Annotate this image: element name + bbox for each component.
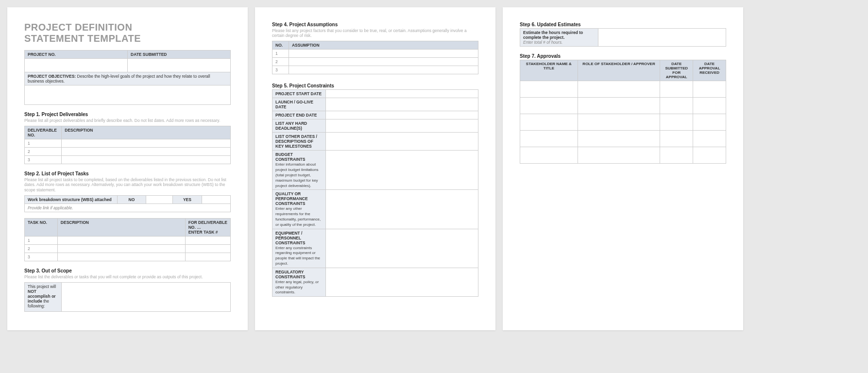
constraint-equipment-desc: Enter any constraints regarding equipmen… [275,246,320,266]
approval-date-submitted[interactable] [660,147,693,164]
approval-name[interactable] [520,114,578,131]
deliverables-col2: DESCRIPTION [62,126,231,139]
wbs-yes-input[interactable] [202,195,230,203]
header-date-submitted: DATE SUBMITTED [128,51,231,59]
deliverable-row-desc[interactable] [62,139,231,148]
constraint-hard-deadlines-label: LIST ANY HARD DEADLINE(S) [272,119,326,133]
step2-heading: Step 2. List of Project Tasks [24,171,231,176]
constraint-equipment-title: EQUIPMENT / PERSONNEL CONSTRAINTS [275,231,305,245]
approval-role[interactable] [578,114,660,131]
deliverable-row-num: 2 [25,148,62,156]
constraint-other-dates-input[interactable] [326,133,478,151]
constraint-start-date-input[interactable] [326,90,478,98]
task-row-desc[interactable] [57,253,185,261]
constraint-budget-input[interactable] [326,151,478,190]
constraint-quality-input[interactable] [326,190,478,229]
assumptions-col2: ASSUMPTION [289,41,478,50]
task-row-num: 3 [25,253,58,261]
task-row-deliv[interactable] [185,236,230,244]
document-title: PROJECT DEFINITION STATEMENT TEMPLATE [24,22,231,44]
approval-date-received[interactable] [693,131,726,147]
objectives-label: PROJECT OBJECTIVES: [28,74,76,79]
objectives-label-row: PROJECT OBJECTIVES: Describe the high-le… [25,72,231,85]
approval-date-submitted[interactable] [660,131,693,147]
document-pages: PROJECT DEFINITION STATEMENT TEMPLATE PR… [7,7,861,330]
estimates-label: Estimate the hours required to complete … [523,30,583,40]
approval-date-submitted[interactable] [660,114,693,131]
deliverable-row-desc[interactable] [62,148,231,156]
step1-desc: Please list all project deliverables and… [24,118,231,123]
constraint-equipment-input[interactable] [326,229,478,268]
wbs-link-cell[interactable]: Provide link if applicable. [25,203,231,212]
deliverables-col1: DELIVERABLE NO. [25,126,62,139]
estimates-label-cell: Estimate the hours required to complete … [520,29,598,47]
date-submitted-input[interactable] [128,59,231,72]
oos-l1: This project will [28,284,56,289]
wbs-no-label: NO [117,195,146,203]
assumption-row-text[interactable] [289,50,478,58]
approval-date-received[interactable] [693,147,726,164]
tasks-col3: FOR DELIVERABLE NO. … ENTER TASK # [185,218,230,236]
header-table: PROJECT NO. DATE SUBMITTED PROJECT OBJEC… [24,50,231,105]
constraint-regulatory-desc: Enter any legal, policy, or other regula… [275,280,319,295]
constraints-table: PROJECT START DATE LAUNCH / GO-LIVE DATE… [272,89,478,297]
assumption-row-num: 3 [272,66,289,74]
task-row-desc[interactable] [57,244,185,253]
approval-role[interactable] [578,98,660,114]
step1-heading: Step 1. Project Deliverables [24,112,231,117]
constraint-budget-label: BUDGET CONSTRAINTS Enter information abo… [272,151,326,190]
constraint-launch-date-input[interactable] [326,98,478,111]
approval-role[interactable] [578,81,660,98]
task-row-desc[interactable] [57,236,185,244]
oos-l2: NOT accomplish or include [28,289,56,304]
page-3: Step 6. Updated Estimates Estimate the h… [503,7,743,330]
out-of-scope-input[interactable] [62,282,231,311]
wbs-no-input[interactable] [146,195,173,203]
approval-date-received[interactable] [693,98,726,114]
approval-role[interactable] [578,131,660,147]
step4-heading: Step 4. Project Assumptions [272,22,478,27]
approval-name[interactable] [520,98,578,114]
approval-name[interactable] [520,81,578,98]
wbs-label: Work breakdown structure (WBS) attached [25,195,118,203]
approval-date-received[interactable] [693,114,726,131]
constraint-equipment-label: EQUIPMENT / PERSONNEL CONSTRAINTS Enter … [272,229,326,268]
wbs-attached-table: Work breakdown structure (WBS) attached … [24,195,231,212]
assumption-row-text[interactable] [289,58,478,66]
task-row-deliv[interactable] [185,244,230,253]
estimates-input[interactable] [598,29,726,47]
assumptions-col1: NO. [272,41,289,50]
objectives-input[interactable] [25,85,231,105]
constraint-other-dates-label: LIST OTHER DATES / DESCRIPTIONS OF KEY M… [272,133,326,151]
step7-heading: Step 7. Approvals [520,53,726,59]
approval-name[interactable] [520,147,578,164]
constraint-launch-date-label: LAUNCH / GO-LIVE DATE [272,98,326,111]
title-line-1: PROJECT DEFINITION [24,22,132,33]
wbs-yes-label: YES [173,195,202,203]
assumption-row-text[interactable] [289,66,478,74]
constraint-regulatory-input[interactable] [326,268,478,296]
constraint-budget-desc: Enter information about project budget l… [275,162,319,187]
approval-date-submitted[interactable] [660,81,693,98]
approvals-col3: DATE SUBMITTED FOR APPROVAL [660,60,693,81]
approvals-col2: ROLE OF STAKEHOLDER / APPROVER [578,60,660,81]
constraint-quality-title: QUALITY OR PERFORMANCE CONSTRAINTS [275,191,308,206]
constraint-end-date-input[interactable] [326,111,478,119]
constraint-start-date-label: PROJECT START DATE [272,90,326,98]
approval-date-received[interactable] [693,81,726,98]
step5-heading: Step 5. Project Constraints [272,83,478,88]
approval-role[interactable] [578,147,660,164]
task-row-deliv[interactable] [185,253,230,261]
tasks-col3-line1: FOR DELIVERABLE NO. … [188,220,227,230]
project-no-input[interactable] [25,59,128,72]
assumptions-table: NO. ASSUMPTION 1 2 3 [272,41,478,74]
deliverable-row-desc[interactable] [62,156,231,164]
deliverables-table: DELIVERABLE NO. DESCRIPTION 1 2 3 [24,126,231,164]
step6-heading: Step 6. Updated Estimates [520,22,726,27]
estimates-placeholder: Enter total # of hours. [523,40,562,45]
page-2: Step 4. Project Assumptions Please list … [255,7,495,330]
constraint-hard-deadlines-input[interactable] [326,119,478,133]
approval-name[interactable] [520,131,578,147]
approval-date-submitted[interactable] [660,98,693,114]
out-of-scope-table: This project will NOT accomplish or incl… [24,282,231,312]
